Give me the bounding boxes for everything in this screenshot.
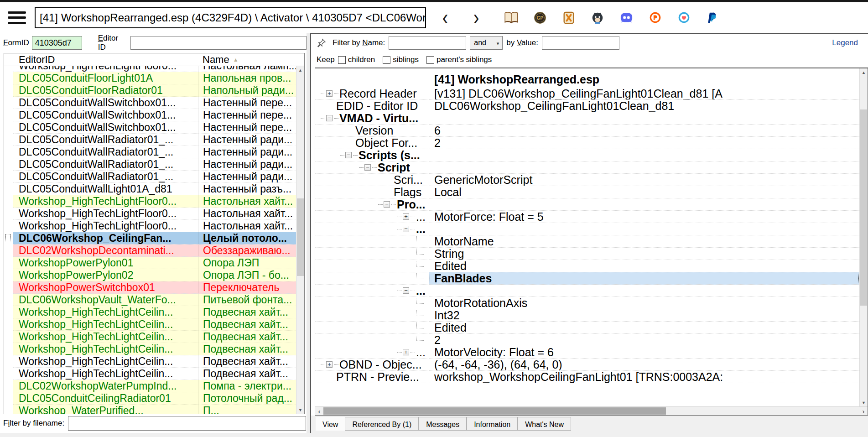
tree-vertical-scrollbar[interactable]: ▲ ▼ [859, 68, 868, 406]
tree-row[interactable]: MotorName [315, 235, 859, 248]
table-row[interactable]: DLC05ConduitCeilingRadiator01Потолочный … [4, 392, 296, 405]
tab-information[interactable]: Information [467, 417, 518, 431]
tree-cell-value[interactable] [429, 149, 859, 161]
tree-cell-value[interactable]: (-64, -64, -36), (64, 64, 0) [429, 359, 859, 371]
table-row[interactable]: Workshop_HighTechLightCeilin...Подвесная… [4, 306, 296, 318]
tree-row[interactable]: −VMAD - Virtu... [315, 112, 859, 125]
kofi-icon[interactable] [676, 10, 691, 26]
pin-icon[interactable] [317, 38, 326, 48]
tab-messages[interactable]: Messages [419, 417, 467, 431]
tree-row[interactable]: −Scripts (s... [315, 149, 859, 161]
tree-row[interactable]: Scri...GenericMotorScript [315, 174, 859, 186]
paypal-icon[interactable] [705, 10, 720, 26]
tab-what-s-new[interactable]: What's New [518, 417, 571, 431]
formid-input[interactable]: 410305d7 [32, 36, 82, 50]
table-row[interactable]: DLC05ConduitWallRadiator01_...Настенный … [4, 146, 296, 158]
filter-by-name-input[interactable] [389, 36, 466, 50]
tree-cell-value[interactable] [429, 285, 859, 297]
tree-row[interactable]: Edited [315, 322, 859, 334]
table-row[interactable]: DLC05ConduitWallRadiator01_...Настенный … [4, 134, 296, 146]
tree-row[interactable]: Int32 [315, 309, 859, 322]
scroll-down-icon[interactable]: ▼ [296, 406, 304, 414]
discord-icon[interactable] [619, 10, 634, 26]
table-row[interactable]: DLC05ConduitFloorRadiator01Напольный рад… [4, 84, 296, 97]
github-icon[interactable] [590, 10, 605, 26]
expand-plus-icon[interactable]: + [326, 90, 333, 97]
nav-forward-icon[interactable]: › [467, 5, 485, 30]
table-row[interactable]: Workshop_WaterPurified...П... [4, 405, 296, 414]
tree-cell-value[interactable]: Int32 [429, 309, 859, 322]
collapse-minus-icon[interactable]: − [384, 201, 390, 208]
tree-row[interactable]: FlagsLocal [315, 186, 859, 198]
scroll-up-icon[interactable]: ▲ [296, 66, 304, 74]
table-row[interactable]: Workshop_HighTechLightCeilin...Подвесная… [4, 343, 296, 355]
tree-cell-value[interactable]: MotorRotationAxis [429, 297, 859, 309]
patreon-icon[interactable] [647, 10, 663, 26]
tree-cell-value[interactable]: MotorForce: Float = 5 [429, 211, 859, 223]
xedit-icon[interactable] [561, 10, 577, 26]
tree-row[interactable]: −... [315, 223, 859, 235]
checkbox-parent-s-siblings[interactable] [426, 56, 434, 64]
table-row[interactable]: Workshop_HighTechLightCeilin...Подвесная… [4, 368, 296, 380]
tree-horizontal-scrollbar[interactable]: ‹ › [315, 406, 868, 415]
legend-link[interactable]: Legend [832, 38, 858, 47]
table-row[interactable]: DLC05ConduitWallSwitchbox01...Настенный … [4, 121, 296, 134]
nav-back-icon[interactable]: ‹ [436, 5, 454, 30]
tree-cell-value[interactable]: MotorVelocity: Float = 6 [429, 346, 859, 359]
tree-hscroll-thumb[interactable] [323, 407, 666, 415]
expand-plus-icon[interactable]: + [326, 361, 333, 368]
column-header-name[interactable]: Name ▲ [198, 54, 304, 66]
table-row[interactable]: DLC05ConduitWallRadiator01_...Настенный … [4, 158, 296, 171]
tree-row[interactable]: PTRN - Previe...workshop_WorkshopCeiling… [315, 371, 859, 383]
tree-cell-value[interactable]: [v131] DLC06Workshop_CeilingFanLight01Cl… [429, 88, 859, 100]
tab-referenced-by-1-[interactable]: Referenced By (1) [345, 417, 419, 431]
tree-cell-value[interactable]: MotorName [429, 235, 859, 248]
tree-cell-value[interactable]: workshop_WorkshopCeilingFanLight01 [TRNS… [429, 371, 859, 383]
tree-cell-value[interactable]: GenericMotorScript [429, 174, 859, 186]
table-row[interactable]: Workshop_HighTechLightCeilin...Подвесная… [4, 331, 296, 343]
tree-cell-value[interactable]: Edited [429, 322, 859, 334]
table-row[interactable]: Workshop_HighTechLightFloor0...Настольна… [4, 208, 296, 220]
checkbox-siblings[interactable] [383, 56, 390, 64]
table-row[interactable]: Workshop_HighTechLightCeilin...Подвесная… [4, 355, 296, 368]
tree-row[interactable]: −Script [315, 161, 859, 174]
table-row[interactable]: DLC05ConduitWallRadiator01_...Настенный … [4, 171, 296, 183]
tree-cell-value-selected[interactable]: FanBlades [429, 272, 859, 285]
tree-row[interactable]: −... [315, 285, 859, 297]
tree-row[interactable]: FanBlades [315, 272, 859, 285]
tree-cell-value[interactable]: 2 [429, 137, 859, 149]
editorid-input[interactable] [130, 36, 307, 50]
panel-splitter[interactable] [307, 33, 310, 433]
filename-filter-input[interactable] [68, 416, 306, 431]
table-row[interactable]: DLC02WorkshopWaterPumpInd...Помпа - элек… [4, 380, 296, 392]
expand-plus-icon[interactable]: + [403, 213, 409, 220]
table-row[interactable]: WorkshopPowerPylon01Опора ЛЭП [4, 257, 296, 269]
tree-cell-value[interactable] [429, 161, 859, 174]
table-row[interactable]: Workshop_HighTechLightFloor0...Настольна… [4, 66, 296, 72]
tree-row[interactable]: −Pro... [315, 198, 859, 211]
table-row[interactable]: DLC05ConduitFloorLight01AНапольная пров.… [4, 72, 296, 84]
table-row[interactable]: DLC05ConduitWallLight01A_d81Настенный ра… [4, 183, 296, 195]
scroll-down-icon[interactable]: ▼ [860, 399, 868, 406]
table-row[interactable]: DLC06Workshop_CeilingFan...Целый потоло.… [4, 232, 296, 245]
tree-cell-value[interactable] [429, 198, 859, 211]
tree-row[interactable]: Version6 [315, 125, 859, 137]
tree-cell-value[interactable]: 6 [429, 125, 859, 137]
tree-scroll-thumb[interactable] [860, 109, 867, 306]
tree-row[interactable]: +Record Header[v131] DLC06Workshop_Ceili… [315, 88, 859, 100]
tree-row[interactable]: 2 [315, 334, 859, 346]
gp-coin-icon[interactable]: GP [532, 10, 548, 26]
tree-cell-value[interactable]: Edited [429, 260, 859, 272]
table-row[interactable]: DLC02WorkshopDecontaminati...Обеззаражив… [4, 245, 296, 257]
tree-cell-value[interactable]: 2 [429, 334, 859, 346]
manual-book-icon[interactable] [504, 10, 519, 26]
collapse-minus-icon[interactable]: − [403, 226, 409, 232]
plugin-path-field[interactable]: [41] WorkshopRearranged.esp (4C329F4D) \… [35, 7, 426, 28]
tree-row[interactable]: +...MotorForce: Float = 5 [315, 211, 859, 223]
tree-row[interactable]: Edited [315, 260, 859, 272]
tree-cell-value[interactable]: Local [429, 186, 859, 198]
scroll-right-icon[interactable]: › [859, 407, 868, 415]
collapse-minus-icon[interactable]: − [364, 164, 371, 171]
table-row[interactable]: WorkshopPowerSwitchbox01Переключатель [4, 281, 296, 294]
table-row[interactable]: DLC05ConduitWallSwitchbox01...Настенный … [4, 109, 296, 121]
